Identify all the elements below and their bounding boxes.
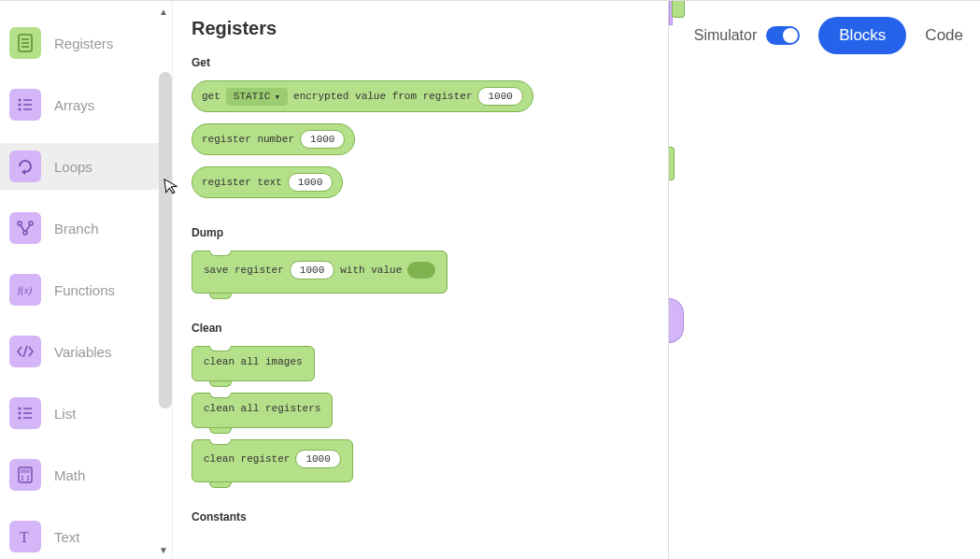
block-text: with value	[340, 265, 402, 276]
top-controls: Simulator Blocks Code	[694, 17, 963, 54]
scroll-down-icon[interactable]: ▼	[159, 545, 168, 555]
sidebar-item-label: Math	[54, 467, 85, 483]
block-text: clean all images	[204, 356, 303, 367]
svg-point-4	[19, 99, 21, 102]
sidebar-item-label: Loops	[54, 159, 92, 175]
block-text: register number	[202, 134, 294, 145]
chevron-down-icon: ▾	[274, 91, 280, 103]
value-pill[interactable]: 1000	[295, 450, 340, 468]
category-sidebar: ▲ Registers Arrays Loops	[0, 1, 173, 559]
svg-point-15	[19, 408, 21, 410]
section-get-label: Get	[192, 56, 649, 69]
svg-point-13	[23, 231, 27, 235]
svg-text:T: T	[20, 529, 29, 545]
simulator-label: Simulator	[694, 27, 758, 44]
block-text: save register	[204, 265, 284, 276]
simulator-switch[interactable]	[766, 26, 800, 45]
block-fragment[interactable]	[669, 147, 675, 180]
block-clean-register[interactable]: clean register 1000	[192, 439, 353, 482]
block-clean-all-registers[interactable]: clean all registers	[192, 393, 333, 428]
svg-marker-10	[21, 169, 25, 175]
value-pill[interactable]: 1000	[300, 130, 345, 149]
blocks-tab-button[interactable]: Blocks	[818, 17, 906, 54]
workspace-canvas[interactable]	[668, 1, 980, 559]
block-register-text[interactable]: register text 1000	[192, 166, 343, 198]
svg-point-23	[21, 476, 23, 478]
block-text: register text	[202, 177, 282, 188]
sidebar-item-math[interactable]: Math	[0, 452, 172, 498]
sidebar-item-branch[interactable]: Branch	[0, 205, 172, 251]
block-register-number[interactable]: register number 1000	[192, 123, 355, 155]
block-save-register[interactable]: save register 1000 with value	[192, 251, 447, 294]
svg-point-26	[27, 479, 29, 480]
section-clean-label: Clean	[192, 322, 649, 335]
text-icon: T	[9, 521, 41, 552]
sidebar-item-registers[interactable]: Registers	[0, 20, 172, 66]
list-icon	[9, 89, 41, 121]
scroll-up-icon[interactable]: ▲	[159, 7, 168, 17]
sidebar-scrollbar[interactable]	[159, 72, 172, 408]
svg-point-6	[19, 104, 21, 107]
loop-icon	[9, 150, 41, 182]
function-icon: f(x)	[9, 274, 41, 306]
sidebar-item-variables[interactable]: Variables	[0, 328, 172, 375]
svg-text:f(x): f(x)	[18, 284, 33, 296]
code-icon	[9, 336, 41, 367]
value-pill[interactable]: 1000	[290, 261, 334, 280]
svg-point-11	[18, 222, 21, 225]
svg-point-25	[21, 479, 23, 480]
block-text: encrypted value from register	[293, 91, 472, 102]
sidebar-item-label: Branch	[54, 221, 99, 236]
code-tab-button[interactable]: Code	[925, 26, 963, 45]
blocks-flyout-panel: Registers Get get STATIC ▾ encrypted val…	[173, 1, 668, 559]
svg-point-8	[19, 108, 21, 111]
sidebar-item-label: Registers	[54, 36, 113, 51]
panel-title: Registers	[192, 18, 649, 39]
value-pill[interactable]: 1000	[477, 87, 522, 106]
branch-icon	[9, 212, 41, 244]
svg-rect-22	[21, 469, 30, 473]
block-text: get	[202, 91, 220, 102]
sidebar-item-text[interactable]: T Text	[0, 513, 172, 559]
block-clean-all-images[interactable]: clean all images	[192, 346, 315, 381]
sidebar-item-list[interactable]: List	[0, 390, 172, 437]
block-text: clean register	[204, 453, 290, 465]
svg-point-12	[29, 222, 33, 225]
section-dump-label: Dump	[192, 226, 649, 239]
sidebar-item-functions[interactable]: f(x) Functions	[0, 266, 172, 313]
sidebar-item-label: Text	[54, 529, 80, 545]
sidebar-item-arrays[interactable]: Arrays	[0, 81, 172, 128]
block-text: clean all registers	[204, 403, 320, 414]
simulator-toggle-group: Simulator	[694, 26, 801, 45]
sidebar-item-label: Functions	[54, 282, 115, 298]
sidebar-item-label: Variables	[54, 344, 111, 360]
switch-knob	[783, 28, 798, 43]
dropdown-static[interactable]: STATIC ▾	[226, 88, 288, 106]
svg-point-19	[19, 417, 21, 420]
value-slot[interactable]	[407, 262, 435, 279]
block-fragment[interactable]	[669, 298, 684, 343]
sidebar-item-loops[interactable]: Loops	[0, 143, 172, 190]
block-fragment[interactable]	[672, 1, 685, 18]
svg-point-17	[19, 412, 21, 415]
calculator-icon	[9, 459, 41, 491]
section-constants-label: Constants	[192, 510, 649, 523]
list-icon	[9, 397, 41, 429]
sidebar-item-label: Arrays	[54, 97, 94, 113]
document-icon	[9, 27, 41, 59]
sidebar-item-label: List	[54, 406, 76, 422]
value-pill[interactable]: 1000	[288, 173, 333, 192]
svg-point-24	[27, 476, 29, 478]
block-get-encrypted[interactable]: get STATIC ▾ encrypted value from regist…	[192, 80, 533, 112]
